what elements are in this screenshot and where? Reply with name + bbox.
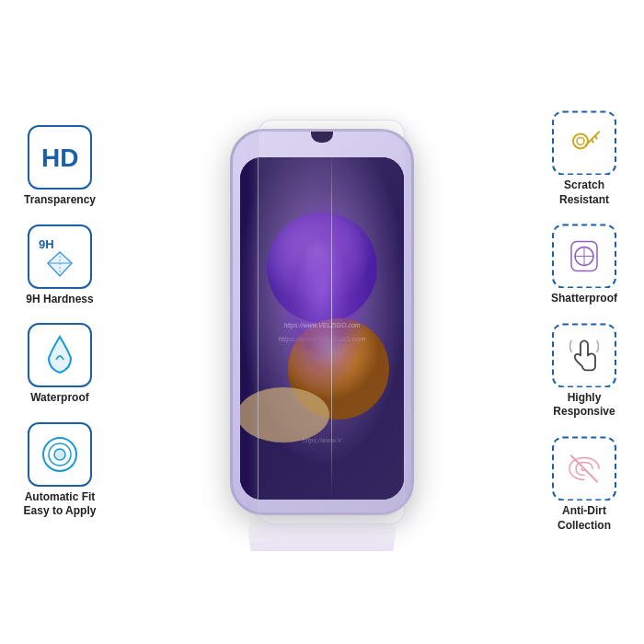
responsive-icon-box [552,323,616,387]
waterproof-label: Waterproof [30,391,89,406]
9h-icon-box: 9H [28,224,92,289]
svg-text:9H: 9H [39,237,54,251]
9h-diamond-icon: 9H [35,232,85,282]
scratch-resistant-label: Scratch Resistant [559,178,609,207]
feature-highly-responsive: Highly Responsive [552,323,616,420]
right-features-column: Scratch Resistant Shatterproof [534,110,635,533]
anti-dirt-icon-box [552,436,616,500]
hd-icon: HD [38,141,82,174]
feature-anti-dirt: Anti-Dirt Collection [552,436,616,533]
product-feature-layout: HD Transparency 9H 9H Hardness [0,0,644,644]
feature-auto-fit: Automatic Fit Easy to Apply [24,422,97,519]
phone-shield-icon [562,235,606,279]
hd-transparency-label: Transparency [24,193,96,208]
feature-shatterproof: Shatterproof [551,224,617,307]
feature-hd-transparency: HD Transparency [24,125,96,208]
highly-responsive-label: Highly Responsive [553,391,615,420]
target-icon [37,431,83,477]
anti-dirt-label: Anti-Dirt Collection [558,504,611,533]
key-icon [564,122,604,163]
shatterproof-label: Shatterproof [551,293,617,307]
touch-icon [562,333,606,377]
auto-fit-label: Automatic Fit Easy to Apply [24,490,97,519]
water-drop-icon [41,332,78,378]
svg-point-9 [54,449,65,460]
hd-icon-box: HD [28,125,92,190]
scratch-icon-box [552,110,616,175]
auto-fit-icon-box [28,422,92,487]
svg-point-16 [573,133,588,148]
left-features-column: HD Transparency 9H 9H Hardness [9,125,110,519]
shatterproof-icon-box [552,224,616,289]
waterproof-icon-box [28,323,92,387]
9h-hardness-label: 9H Hardness [26,293,93,307]
feature-waterproof: Waterproof [28,323,92,406]
fingerprint-no-icon [562,446,606,490]
center-product-area: https://www.VELZIGO.com https://www.V [110,18,534,626]
phone-mockup: https://www.VELZIGO.com https://www.V [230,129,414,515]
svg-line-20 [592,139,593,143]
svg-text:HD: HD [41,144,78,172]
svg-line-19 [595,135,597,139]
svg-point-17 [577,137,584,144]
feature-scratch-resistant: Scratch Resistant [552,110,616,207]
feature-9h-hardness: 9H 9H Hardness [26,224,93,307]
screen-protector-glass [258,120,405,524]
